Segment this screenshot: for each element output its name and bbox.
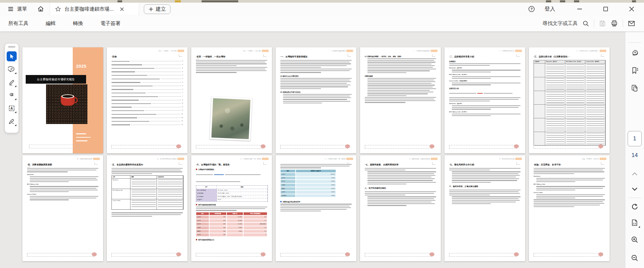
close-tab-icon[interactable] (119, 7, 124, 12)
text-lines (280, 60, 352, 68)
page-footer (196, 145, 263, 149)
text-lines (365, 191, 436, 196)
help-button[interactable]: ? (527, 5, 536, 13)
email-icon[interactable] (628, 20, 635, 27)
bookmarks-panel-button[interactable] (630, 66, 639, 75)
header-highlight (431, 158, 437, 160)
flyout-corner (638, 226, 640, 228)
toc-row: 3 (111, 64, 183, 65)
highlight-tool[interactable] (7, 77, 17, 87)
tab-esign[interactable]: 電子簽署 (100, 20, 120, 27)
page-thumbnail-11[interactable]: 六、台灣咖啡市場的「戰」新視角 城市營業額占全體比例台北市43.50%台中市5.… (276, 155, 356, 261)
page-footer (111, 253, 179, 257)
page-thumbnail-8[interactable]: 四、消費者體驗調查摘要 ·四、消費者體驗調查摘要· Starbucks · 85… (22, 155, 103, 261)
page-thumbnail-4[interactable]: 一、台灣咖啡市場發展概況 ·一、台灣咖啡市場發展概況· (a) 咖啡文化在台灣的… (276, 47, 356, 153)
text-lines (449, 196, 521, 204)
fit-page-button[interactable]: 1:1 (630, 218, 639, 227)
red-bullet-icon (196, 169, 197, 170)
zoom-in-button[interactable] (630, 235, 639, 244)
maximize-button[interactable] (601, 5, 610, 13)
find-tools-label[interactable]: 尋找文字或工具 (543, 20, 578, 27)
menu-button[interactable]: 選單 (0, 3, 32, 15)
strengths-table: 品牌 優勢 待改進面向 Starbucks 85°C Bakery Cafe L… (111, 175, 184, 210)
create-button[interactable]: 建立 (144, 4, 171, 14)
subsection-heading: (b) 連鎖品牌在市場中的角色· (280, 91, 352, 93)
search-icon[interactable] (582, 20, 589, 27)
page-thumbnail-7[interactable]: 三、品牌比較分析（以消費者視角） ·三、品牌比較分析（以消費者視角）· 比較項目… (529, 47, 610, 153)
section-heading: ·六、台灣咖啡市場的「戰」新視角· (196, 163, 267, 166)
text-lines (365, 78, 436, 96)
background-window-strip[interactable] (0, 0, 644, 3)
subsection-heading: 都市別咖啡館家數與密度· (198, 204, 216, 206)
text-line (196, 178, 267, 184)
corner-mark (432, 54, 435, 57)
flyout-corner (15, 98, 16, 100)
page-thumbnails-grid: 2025 台主要咖啡連鎖市場研究報告 前言：一杯咖啡，一段台灣味 ·目錄· 33… (22, 47, 610, 261)
comments-panel-button[interactable] (630, 49, 639, 57)
draw-tool[interactable] (7, 90, 17, 100)
header-highlight (346, 158, 353, 160)
title-bar: 選單 台主要咖啡連鎖市場... 建立 (0, 3, 644, 16)
page-thumbnail-3[interactable]: 前言：一杯咖啡，一段台灣味 ·前言：一杯咖啡，一段台灣味· (191, 47, 272, 153)
close-window-icon (629, 6, 635, 12)
table-row: 新北市45911.20%資料未顯示 (196, 222, 267, 226)
running-header: 五、各品牌的優勢與待改進面向 (157, 158, 177, 160)
page-thumbnail-10[interactable]: 六、台灣咖啡市場的「戰」新視角 ·六、台灣咖啡市場的「戰」新視角· 台灣咖啡市場… (191, 155, 272, 261)
revenue-share-table: 城市營業額占全體比例台北市43.50%台中市5.50%新北市8.90%高雄市6.… (280, 169, 336, 198)
page-thumbnail-1[interactable]: 2025 台主要咖啡連鎖市場研究報告 (22, 47, 103, 153)
text-lines (365, 171, 436, 184)
previous-page-button[interactable] (630, 170, 639, 178)
comment-tool[interactable] (7, 64, 17, 74)
text-lines (365, 168, 436, 170)
pages-panel-button[interactable] (630, 84, 639, 92)
corner-mark (94, 162, 98, 165)
text-lines (449, 83, 521, 85)
table-header-cell: Louisa Coffee（路易莎） (585, 60, 605, 63)
page-thumbnail-12[interactable]: 七、服務與創新、永續與環保政策 ·七、服務與創新、永續與環保政策· 八、地方特色… (360, 155, 441, 261)
tab-edit[interactable]: 編輯 (46, 20, 56, 27)
page-thumbnail-6[interactable]: 二、品牌概述與背景介紹 ·二、品牌概述與背景介紹· 品牌概述· Starbuck… (444, 47, 525, 153)
toc-row: 3 (111, 60, 183, 62)
table-row: 台南市6.30% (280, 190, 336, 194)
zoom-out-icon (631, 254, 639, 262)
page-thumbnail-14[interactable]: 結論：百花齊放、各有千秋 ·結論：百花齊放、各有千秋· Starbucks 85… (529, 155, 610, 261)
next-page-button[interactable] (630, 185, 639, 193)
text-lines (449, 190, 521, 196)
page-thumbnail-2[interactable]: 前言：一杯咖啡，一段台灣味 ·目錄· 334445566778899101011… (107, 47, 188, 153)
rail-drag-handle[interactable] (8, 46, 15, 48)
text-lines (534, 186, 605, 190)
document-tab[interactable]: 台主要咖啡連鎖市場... (50, 3, 139, 15)
text-box-icon: A (8, 105, 15, 112)
text-box-tool[interactable]: A (7, 103, 17, 113)
toc-row: 6 (111, 88, 183, 90)
rotate-page-button[interactable] (630, 202, 639, 211)
page-thumbnail-9[interactable]: 五、各品牌的優勢與待改進面向 ·五、各品牌的優勢與待改進面向· 品牌 優勢 待改… (107, 155, 188, 261)
print-icon[interactable] (611, 20, 618, 27)
current-page-input[interactable]: 1 (628, 131, 642, 146)
page-thumbnail-5[interactable]: 一、台灣咖啡市場發展概況 (c) 消費者偏好轉變：～便利性、品味、價格、氛圍～ … (360, 47, 441, 153)
text-lines (365, 196, 436, 206)
brand-lead: 85°C Bakery Cafe (534, 183, 605, 185)
home-button[interactable] (32, 3, 50, 15)
tab-all-tools[interactable]: 所有工具 (8, 20, 28, 27)
menu-label: 選單 (17, 6, 27, 12)
page-thumbnail-13[interactable]: 九、聯名與跨界合作行銷 ·九、聯名與跨界合作行銷· 十、咖啡與烘焙、正餐的整合趨… (444, 155, 525, 261)
sign-tool[interactable] (7, 116, 17, 126)
minimize-button[interactable] (575, 5, 584, 13)
signin-button[interactable]: 登入 (545, 6, 555, 13)
toc-row: 4 (111, 67, 183, 69)
save-icon[interactable] (599, 20, 606, 27)
select-tool[interactable] (7, 51, 17, 61)
tab-convert[interactable]: 轉換 (73, 20, 83, 27)
table-row: 年總消費量約 28.5 億杯（2021） (196, 192, 268, 195)
running-header: 三、品牌比較分析（以消費者視角） (577, 50, 599, 52)
corner-mark (179, 54, 182, 57)
star-icon[interactable] (55, 6, 61, 12)
section-heading: ·一、台灣咖啡市場發展概況· (280, 55, 352, 58)
table-row: 台中市47411.60%1.7 (196, 219, 267, 223)
zoom-out-button[interactable] (630, 254, 639, 262)
fountain-pen-icon (8, 118, 15, 125)
subsection-heading: 品牌背景介紹· (449, 87, 521, 89)
close-window-button[interactable] (627, 5, 636, 13)
brand-lead: 85°C Bakery Cafe（85 度C） (449, 111, 521, 113)
